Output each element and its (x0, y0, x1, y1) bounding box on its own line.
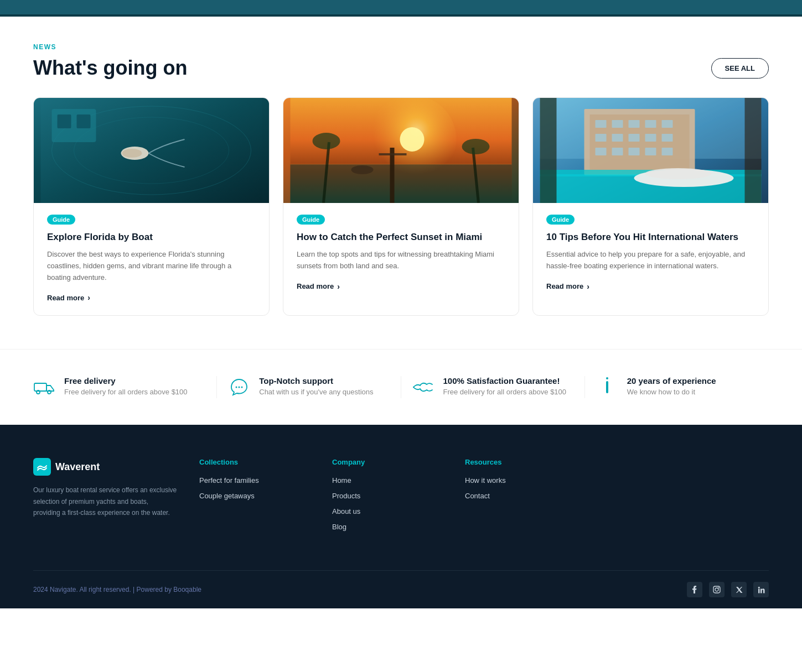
card-2-read-more[interactable]: Read more › (297, 282, 505, 291)
linkedin-icon[interactable] (753, 582, 769, 597)
news-card-1: Guide Explore Florida by Boat Discover t… (33, 97, 270, 316)
company-link-blog[interactable]: Blog (332, 523, 346, 531)
svg-rect-32 (612, 134, 623, 142)
svg-point-44 (645, 168, 712, 179)
footer: Waverent Our luxury boat rental service … (0, 425, 802, 608)
feature-support: Top-Notch support Chat with us if you've… (217, 376, 401, 398)
x-twitter-icon[interactable] (731, 582, 747, 597)
svg-point-6 (122, 149, 142, 158)
news-card-3: Guide 10 Tips Before You Hit Internation… (532, 97, 769, 316)
card-3-tag: Guide (546, 215, 575, 225)
company-list: Home Products About us Blog (332, 475, 443, 532)
svg-rect-35 (662, 134, 673, 142)
card-3-body: Guide 10 Tips Before You Hit Internation… (533, 203, 768, 304)
news-card-2: Guide How to Catch the Perfect Sunset in… (283, 97, 519, 316)
svg-rect-26 (596, 120, 607, 128)
card-2-image (283, 98, 519, 203)
collections-link-1[interactable]: Perfect for families (199, 476, 259, 485)
company-item-about[interactable]: About us (332, 506, 443, 516)
resources-item-contact[interactable]: Contact (465, 491, 576, 501)
svg-point-52 (241, 387, 243, 388)
support-icon (228, 376, 250, 398)
card-1-read-more[interactable]: Read more › (47, 293, 256, 302)
footer-brand-col: Waverent Our luxury boat rental service … (33, 458, 177, 537)
news-cards-grid: Guide Explore Florida by Boat Discover t… (33, 97, 769, 316)
svg-rect-39 (645, 148, 656, 155)
resources-link-contact[interactable]: Contact (465, 492, 490, 500)
company-heading: Company (332, 458, 443, 466)
news-section: NEWS What's going on SEE ALL (0, 17, 802, 349)
company-item-blog[interactable]: Blog (332, 522, 443, 532)
svg-rect-34 (645, 134, 656, 142)
svg-point-21 (351, 165, 374, 174)
svg-point-56 (715, 588, 718, 591)
svg-rect-30 (662, 120, 673, 128)
svg-rect-58 (758, 588, 760, 593)
svg-point-51 (239, 387, 240, 388)
feature-satisfaction-text: 100% Satisfaction Guarantee! Free delive… (443, 376, 567, 396)
svg-rect-45 (540, 98, 557, 203)
card-3-title: 10 Tips Before You Hit International Wat… (546, 231, 755, 243)
card-2-tag: Guide (297, 215, 325, 225)
footer-copyright: 2024 Navigate. All right reserved. | Pow… (33, 586, 201, 593)
card-1-title: Explore Florida by Boat (47, 231, 256, 243)
feature-experience-text: 20 years of experience We know how to do… (627, 376, 716, 396)
svg-rect-40 (662, 148, 673, 155)
company-link-about[interactable]: About us (332, 507, 360, 515)
resources-item-how[interactable]: How it works (465, 475, 576, 485)
feature-experience: 20 years of experience We know how to do… (585, 376, 769, 398)
svg-rect-54 (606, 381, 608, 393)
see-all-button[interactable]: SEE ALL (711, 58, 769, 79)
svg-rect-53 (606, 377, 608, 379)
svg-rect-28 (629, 120, 640, 128)
satisfaction-icon (412, 376, 434, 398)
svg-point-18 (313, 133, 340, 149)
svg-rect-0 (0, 0, 802, 17)
company-item-products[interactable]: Products (332, 491, 443, 501)
svg-rect-16 (379, 153, 407, 155)
svg-point-20 (462, 139, 490, 154)
resources-link-how[interactable]: How it works (465, 476, 506, 485)
svg-rect-15 (390, 148, 395, 203)
card-1-body: Guide Explore Florida by Boat Discover t… (34, 203, 269, 315)
svg-rect-1 (0, 14, 802, 17)
svg-point-57 (718, 587, 720, 588)
svg-rect-38 (629, 148, 640, 155)
svg-point-50 (236, 387, 237, 388)
brand-logo-icon (33, 458, 51, 476)
footer-col-collections: Collections Perfect for families Couple … (199, 458, 310, 537)
card-3-desc: Essential advice to help you prepare for… (546, 249, 755, 272)
svg-rect-46 (745, 98, 762, 203)
hero-strip (0, 0, 802, 17)
experience-icon (596, 376, 618, 398)
instagram-icon[interactable] (709, 582, 725, 597)
svg-rect-37 (612, 148, 623, 155)
company-item-home[interactable]: Home (332, 475, 443, 485)
feature-satisfaction: 100% Satisfaction Guarantee! Free delive… (401, 376, 585, 398)
collections-item-2[interactable]: Couple getaways (199, 491, 310, 501)
read-more-arrow-2: › (337, 282, 340, 291)
company-link-products[interactable]: Products (332, 492, 360, 500)
svg-rect-9 (77, 114, 91, 128)
svg-rect-31 (596, 134, 607, 142)
card-1-image (34, 98, 269, 203)
collections-item-1[interactable]: Perfect for families (199, 475, 310, 485)
feature-free-delivery-text: Free delivery Free delivery for all orde… (64, 376, 188, 396)
news-title: What's going on (33, 56, 188, 80)
features-bar: Free delivery Free delivery for all orde… (0, 349, 802, 425)
read-more-arrow-3: › (587, 282, 589, 291)
footer-col-resources: Resources How it works Contact (465, 458, 576, 537)
resources-heading: Resources (465, 458, 576, 466)
footer-brand-logo: Waverent (33, 458, 177, 476)
card-2-desc: Learn the top spots and tips for witness… (297, 249, 505, 272)
facebook-icon[interactable] (687, 582, 702, 597)
svg-rect-27 (612, 120, 623, 128)
company-link-home[interactable]: Home (332, 476, 351, 485)
card-3-read-more[interactable]: Read more › (546, 282, 755, 291)
collections-list: Perfect for families Couple getaways (199, 475, 310, 501)
svg-rect-33 (629, 134, 640, 142)
card-2-title: How to Catch the Perfect Sunset in Miami (297, 231, 505, 243)
footer-bottom: 2024 Navigate. All right reserved. | Pow… (33, 570, 769, 608)
collections-link-2[interactable]: Couple getaways (199, 492, 255, 500)
news-label: NEWS (33, 43, 769, 51)
